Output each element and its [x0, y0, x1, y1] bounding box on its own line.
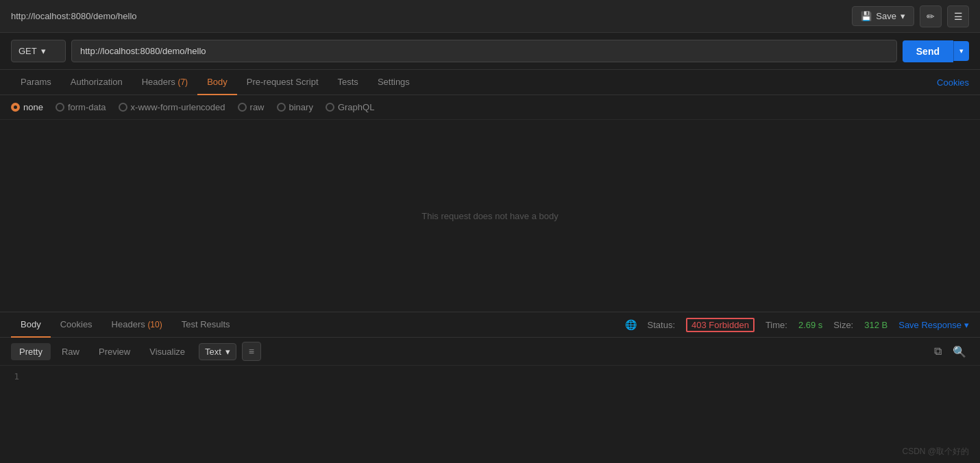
tab-prerequest[interactable]: Pre-request Script	[237, 70, 328, 95]
time-value: 2.69 s	[798, 320, 822, 330]
radio-circle-urlencoded	[119, 103, 127, 112]
save-button[interactable]: 💾 Save ▾	[852, 6, 914, 26]
radio-circle-graphql	[326, 103, 334, 112]
cookies-link[interactable]: Cookies	[937, 77, 969, 88]
radio-formdata[interactable]: form-data	[56, 102, 106, 112]
resp-tab-headers[interactable]: Headers (10)	[102, 312, 172, 338]
send-button[interactable]: Send	[903, 40, 953, 62]
format-select-chevron-icon: ▾	[225, 347, 230, 357]
url-input[interactable]	[71, 40, 897, 62]
window-title: http://localhost:8080/demo/hello	[11, 11, 137, 21]
response-tabs-bar: Body Cookies Headers (10) Test Results 🌐…	[0, 312, 980, 338]
title-bar-left: http://localhost:8080/demo/hello	[11, 11, 137, 21]
wrap-button[interactable]: ≡	[242, 342, 261, 361]
format-bar: Pretty Raw Preview Visualize Text ▾ ≡ ⧉ …	[0, 338, 980, 366]
response-status-bar: 🌐 Status: 403 Forbidden Time: 2.69 s Siz…	[625, 318, 969, 332]
status-label: Status:	[648, 320, 675, 330]
edit-icon: ✏	[927, 11, 935, 22]
size-label: Size:	[833, 320, 853, 330]
tab-params[interactable]: Params	[11, 70, 61, 95]
method-label: GET	[19, 46, 37, 56]
headers-badge: (7)	[177, 77, 188, 87]
url-bar: GET ▾ Send ▾	[0, 33, 980, 70]
method-dropdown[interactable]: GET ▾	[11, 40, 66, 62]
note-icon: ☰	[954, 11, 963, 22]
note-button[interactable]: ☰	[947, 5, 969, 27]
fmt-tab-preview[interactable]: Preview	[90, 343, 138, 360]
method-chevron-icon: ▾	[41, 46, 46, 56]
title-bar: http://localhost:8080/demo/hello 💾 Save …	[0, 0, 980, 33]
save-icon: 💾	[861, 11, 872, 21]
body-options: none form-data x-www-form-urlencoded raw…	[0, 95, 980, 120]
format-select-label: Text	[205, 347, 221, 357]
search-button[interactable]: 🔍	[950, 342, 969, 361]
copy-button[interactable]: ⧉	[931, 342, 944, 360]
format-select[interactable]: Text ▾	[199, 343, 236, 360]
tab-authorization[interactable]: Authorization	[61, 70, 132, 95]
edit-button[interactable]: ✏	[920, 5, 942, 27]
radio-circle-raw	[238, 103, 247, 112]
request-tabs: Params Authorization Headers (7) Body Pr…	[0, 70, 980, 95]
radio-urlencoded[interactable]: x-www-form-urlencoded	[119, 102, 225, 112]
line-numbers: 1	[0, 371, 27, 381]
resp-tab-testresults[interactable]: Test Results	[172, 312, 240, 338]
footer-watermark: CSDN @取个好的	[902, 446, 969, 458]
size-value: 312 B	[864, 320, 887, 330]
response-section: Body Cookies Headers (10) Test Results 🌐…	[0, 312, 980, 387]
resp-tab-body[interactable]: Body	[11, 312, 51, 338]
title-bar-right: 💾 Save ▾ ✏ ☰	[852, 5, 969, 27]
send-dropdown-button[interactable]: ▾	[953, 41, 969, 61]
tab-headers[interactable]: Headers (7)	[132, 70, 197, 95]
save-response-chevron-icon: ▾	[964, 320, 969, 330]
tab-tests[interactable]: Tests	[328, 70, 368, 95]
resp-headers-badge: (10)	[147, 320, 162, 329]
save-response-button[interactable]: Save Response ▾	[898, 320, 969, 330]
radio-none[interactable]: none	[11, 102, 43, 112]
send-btn-container: Send ▾	[903, 40, 969, 62]
radio-binary[interactable]: binary	[277, 102, 313, 112]
time-label: Time:	[765, 320, 787, 330]
line-number-1: 1	[8, 371, 19, 381]
tab-settings[interactable]: Settings	[368, 70, 419, 95]
tab-body[interactable]: Body	[197, 70, 237, 95]
response-body: 1	[0, 366, 980, 387]
fmt-tab-raw[interactable]: Raw	[53, 343, 88, 360]
status-value: 403 Forbidden	[686, 318, 755, 332]
fmt-tab-pretty[interactable]: Pretty	[11, 343, 51, 360]
radio-graphql[interactable]: GraphQL	[326, 102, 374, 112]
radio-raw[interactable]: raw	[238, 102, 265, 112]
radio-circle-formdata	[56, 103, 64, 112]
globe-icon: 🌐	[625, 319, 637, 330]
wrap-icon: ≡	[249, 346, 254, 357]
body-empty-message: This request does not have a body	[0, 120, 980, 312]
radio-circle-none	[11, 103, 20, 112]
fmt-tab-visualize[interactable]: Visualize	[141, 343, 193, 360]
radio-circle-binary	[277, 103, 286, 112]
response-toolbar-right: ⧉ 🔍	[931, 342, 969, 361]
save-chevron-icon: ▾	[901, 11, 905, 21]
resp-tab-cookies[interactable]: Cookies	[51, 312, 102, 338]
